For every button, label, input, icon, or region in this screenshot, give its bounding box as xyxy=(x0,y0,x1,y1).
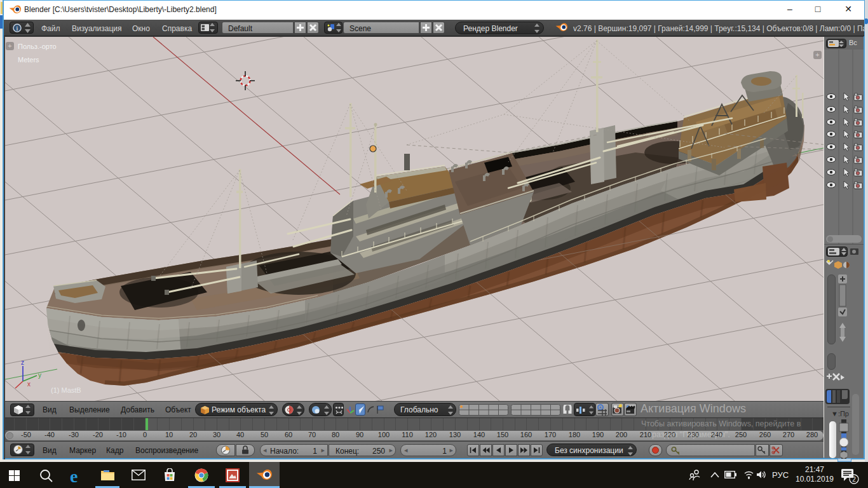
svg-text:i: i xyxy=(17,25,18,32)
svg-text:+: + xyxy=(8,42,11,50)
svg-text:x: x xyxy=(27,381,31,388)
svg-text:2: 2 xyxy=(852,476,856,483)
svg-text:z: z xyxy=(21,359,24,366)
svg-text:+: + xyxy=(815,51,819,58)
svg-text:y: y xyxy=(38,372,41,379)
